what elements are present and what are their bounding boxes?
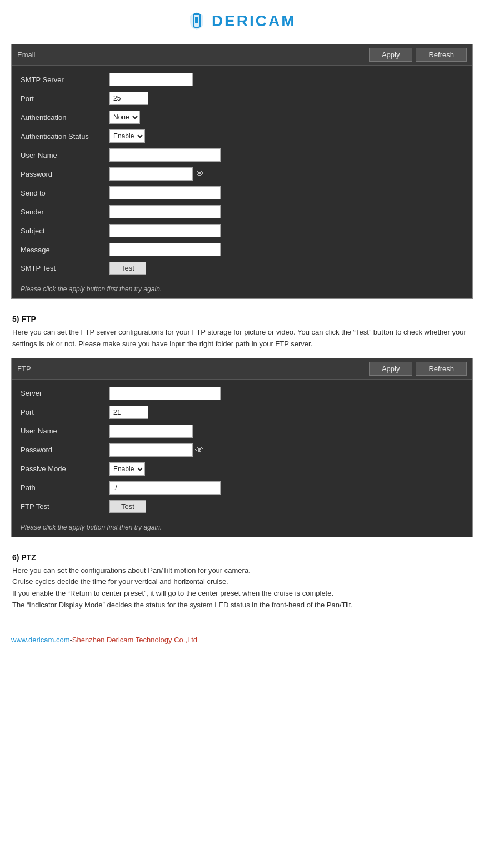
passive-mode-row: Passive Mode Enable <box>12 460 472 478</box>
smtp-test-row: SMTP Test Test <box>12 259 472 277</box>
send-to-label: Send to <box>21 189 109 197</box>
email-password-row: Password 👁 <box>12 164 472 183</box>
email-password-input[interactable] <box>109 167 193 181</box>
smtp-test-label: SMTP Test <box>21 264 109 272</box>
ftp-server-label: Server <box>21 389 109 397</box>
email-refresh-button[interactable]: Refresh <box>416 48 467 62</box>
send-to-row: Send to <box>12 183 472 202</box>
email-password-wrapper: 👁 <box>109 167 204 181</box>
ftp-username-row: User Name <box>12 422 472 441</box>
path-input[interactable] <box>109 481 221 495</box>
footer-link[interactable]: www.dericam.com <box>11 636 69 644</box>
ftp-username-label: User Name <box>21 427 109 435</box>
email-eye-icon[interactable]: 👁 <box>195 169 204 179</box>
email-port-label: Port <box>21 94 109 103</box>
ptz-heading: 6) PTZ <box>12 553 472 562</box>
auth-status-label: Authentication Status <box>21 132 109 141</box>
ftp-test-label: FTP Test <box>21 502 109 511</box>
ftp-panel-header: FTP Apply Refresh <box>12 358 472 380</box>
ptz-intro-body: Here you can set the configurations abou… <box>12 565 472 611</box>
ftp-panel: FTP Apply Refresh Server Port User Name … <box>11 358 473 537</box>
ftp-port-row: Port <box>12 403 472 422</box>
email-form-body: SMTP Server Port Authentication None Aut… <box>12 66 472 282</box>
email-panel-footer: Please click the apply button first then… <box>12 282 472 298</box>
email-password-label: Password <box>21 170 109 178</box>
path-row: Path <box>12 478 472 497</box>
ftp-test-button[interactable]: Test <box>109 500 146 513</box>
email-port-input[interactable] <box>109 92 148 105</box>
ftp-panel-title: FTP <box>17 365 366 373</box>
ftp-intro-section: 5) FTP Here you can set the FTP server c… <box>11 309 473 358</box>
smtp-server-row: SMTP Server <box>12 70 472 89</box>
message-row: Message <box>12 240 472 259</box>
ptz-line-2: Cruise cycles decide the time for your v… <box>12 577 228 586</box>
email-panel-title: Email <box>17 51 366 59</box>
passive-mode-label: Passive Mode <box>21 465 109 473</box>
ptz-line-3: If you enable the “Return to center pres… <box>12 589 333 597</box>
send-to-input[interactable] <box>109 186 221 199</box>
passive-mode-select[interactable]: Enable <box>109 462 145 476</box>
email-username-input[interactable] <box>109 148 221 162</box>
email-panel: Email Apply Refresh SMTP Server Port Aut… <box>11 44 473 299</box>
sender-input[interactable] <box>109 205 221 218</box>
ftp-port-input[interactable] <box>109 406 148 419</box>
ftp-apply-button[interactable]: Apply <box>369 362 413 376</box>
ftp-password-wrapper: 👁 <box>109 443 204 457</box>
email-panel-header: Email Apply Refresh <box>12 44 472 66</box>
ftp-heading: 5) FTP <box>12 315 472 323</box>
ftp-port-label: Port <box>21 408 109 416</box>
sender-row: Sender <box>12 202 472 221</box>
auth-status-row: Authentication Status Enable <box>12 127 472 146</box>
ftp-password-input[interactable] <box>109 443 193 457</box>
logo-text: DERICAM <box>212 12 296 29</box>
ftp-username-input[interactable] <box>109 425 193 438</box>
auth-select[interactable]: None <box>109 111 140 124</box>
ptz-line-4: The “Indicator Display Mode” decides the… <box>12 601 353 609</box>
ftp-refresh-button[interactable]: Refresh <box>416 362 467 376</box>
subject-input[interactable] <box>109 224 221 237</box>
svg-rect-0 <box>195 17 198 23</box>
footer-company: Shenzhen Dericam Technology Co.,Ltd <box>72 636 197 644</box>
message-label: Message <box>21 246 109 254</box>
ftp-panel-footer: Please click the apply button first then… <box>12 520 472 537</box>
subject-label: Subject <box>21 227 109 235</box>
ftp-test-row: FTP Test Test <box>12 497 472 516</box>
message-input[interactable] <box>109 243 221 256</box>
smtp-server-input[interactable] <box>109 73 193 86</box>
logo-icon <box>188 11 206 31</box>
email-apply-button[interactable]: Apply <box>369 48 413 62</box>
subject-row: Subject <box>12 221 472 240</box>
ftp-intro-body: Here you can set the FTP server configur… <box>12 327 472 350</box>
ptz-intro-section: 6) PTZ Here you can set the configuratio… <box>11 547 473 619</box>
ftp-server-row: Server <box>12 384 472 403</box>
sender-label: Sender <box>21 208 109 216</box>
ftp-server-input[interactable] <box>109 387 221 400</box>
page-footer: www.dericam.com-Shenzhen Dericam Technol… <box>11 636 473 644</box>
email-port-row: Port <box>12 89 472 108</box>
smtp-test-button[interactable]: Test <box>109 262 146 275</box>
logo-area: DERICAM <box>11 6 473 38</box>
auth-row: Authentication None <box>12 108 472 127</box>
ftp-eye-icon[interactable]: 👁 <box>195 445 204 455</box>
auth-status-select[interactable]: Enable <box>109 129 145 143</box>
ftp-password-row: Password 👁 <box>12 441 472 460</box>
path-label: Path <box>21 483 109 492</box>
email-username-row: User Name <box>12 146 472 164</box>
ftp-password-label: Password <box>21 446 109 454</box>
smtp-server-label: SMTP Server <box>21 76 109 84</box>
ptz-line-1: Here you can set the configurations abou… <box>12 566 251 575</box>
page-container: DERICAM Email Apply Refresh SMTP Server … <box>0 0 484 655</box>
ftp-form-body: Server Port User Name Password 👁 <box>12 380 472 520</box>
email-username-label: User Name <box>21 151 109 159</box>
auth-label: Authentication <box>21 113 109 122</box>
